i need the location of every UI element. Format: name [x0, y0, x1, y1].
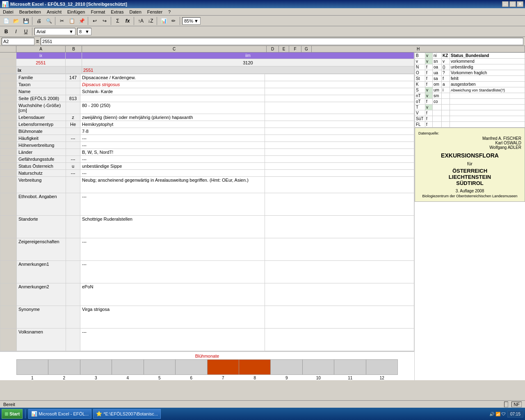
- toolbar-2: B I U Arial ▼ 8 ▼: [0, 26, 525, 37]
- print-button[interactable]: 🖨: [34, 16, 43, 25]
- row-num-21: [0, 238, 17, 261]
- num-lander: [66, 149, 80, 156]
- separator-1: [32, 17, 33, 25]
- value-haufigkeit: ---: [80, 135, 265, 142]
- sort-asc-button[interactable]: ↑A: [136, 16, 145, 25]
- table-row: Gefährdungsstufe --- ---: [0, 156, 414, 163]
- code-row5-c3: om: [433, 82, 442, 87]
- num-volksnamen: [66, 329, 80, 351]
- extra-zeiger: [265, 238, 414, 261]
- separator-4: [111, 17, 112, 25]
- num-name: [66, 88, 80, 95]
- window-controls[interactable]: ─ □ ✕: [502, 1, 523, 7]
- taskbar-excel-button[interactable]: 📊 Microsoft Excel - EFÖL...: [28, 409, 91, 419]
- row-num-7: [0, 95, 17, 102]
- menu-format[interactable]: Format: [89, 9, 106, 15]
- num-taxon: [66, 81, 80, 88]
- clock: 07:15: [507, 411, 523, 418]
- book-countries: ÖSTERREICH LIECHTENSTEIN SÜDTIROL: [418, 168, 521, 186]
- zoom-selector[interactable]: 85% ▼: [182, 17, 201, 25]
- code-row10-c2: f: [425, 110, 433, 116]
- code-row5-c1: K: [415, 82, 425, 87]
- cell-reference-input[interactable]: [2, 38, 34, 45]
- num-synonyme: [66, 306, 80, 329]
- month-num-4: 4: [112, 376, 144, 380]
- iim-value-cell[interactable]: 3120: [82, 59, 414, 66]
- code-row1-c4: v: [442, 59, 450, 64]
- code-row2-c1: N: [415, 64, 425, 70]
- taskbar-botanik-button[interactable]: ⭐ *E:\EFÖLS2007\Botanisc...: [93, 409, 161, 419]
- row-num-25: [0, 329, 17, 351]
- table-row: Naturschutz --- ---: [0, 170, 414, 177]
- underline-button[interactable]: U: [21, 27, 30, 36]
- italic-button[interactable]: I: [11, 27, 21, 36]
- status-box-1: [504, 402, 508, 407]
- redo-button[interactable]: ↪: [100, 16, 109, 25]
- fx-button[interactable]: fx: [123, 16, 132, 25]
- status-header: Status_Bundesland: [450, 53, 525, 59]
- menu-help[interactable]: ?: [167, 9, 172, 15]
- col-f-header: F: [289, 46, 301, 52]
- content-area: ix iim 2551 3120 ix 2551: [0, 52, 525, 380]
- minimize-button[interactable]: ─: [502, 1, 509, 7]
- cut-button[interactable]: ✂: [57, 16, 66, 25]
- close-button[interactable]: ✕: [517, 1, 523, 7]
- sort-desc-button[interactable]: ↓Z: [146, 16, 155, 25]
- code-row12-c5: [450, 122, 525, 128]
- iim-label-cell: iim: [82, 52, 414, 59]
- start-button[interactable]: ⊞ Start: [2, 409, 23, 419]
- bold-button[interactable]: B: [2, 27, 11, 36]
- month-num-10: 10: [303, 376, 335, 380]
- month-bar-1: [17, 360, 48, 374]
- value-zeiger: ---: [80, 238, 265, 261]
- font-size-dropdown[interactable]: ▼: [85, 29, 89, 34]
- code-row4-c2: f: [425, 76, 433, 82]
- menu-datei[interactable]: Datei: [2, 9, 15, 15]
- ix-value-cell[interactable]: 2551: [16, 59, 66, 66]
- new-button[interactable]: 📄: [2, 16, 11, 25]
- code-row2-c2: f: [425, 64, 433, 70]
- label-lebensdauer: Lebensdauer: [17, 114, 66, 121]
- code-row11-c3: [433, 116, 442, 122]
- num-hohenverbreitung: [66, 142, 80, 149]
- menu-daten[interactable]: Daten: [128, 9, 142, 15]
- font-name-dropdown[interactable]: ▼: [69, 29, 73, 34]
- code-row9-c4: [442, 105, 450, 110]
- menu-einfuegen[interactable]: Einfügen: [66, 9, 86, 15]
- start-label: Start: [9, 411, 20, 416]
- copy-button[interactable]: 📋: [67, 16, 76, 25]
- paste-button[interactable]: 📌: [77, 16, 86, 25]
- country-1: ÖSTERREICH: [418, 168, 521, 174]
- zoom-dropdown-icon[interactable]: ▼: [194, 18, 199, 23]
- table-row: Zeigereigenschaften ---: [0, 238, 414, 261]
- maximize-button[interactable]: □: [509, 1, 516, 7]
- preview-button[interactable]: 🔍: [44, 16, 53, 25]
- autosum-button[interactable]: Σ: [113, 16, 122, 25]
- month-bar-9: [271, 360, 302, 374]
- menu-extras[interactable]: Extras: [110, 9, 125, 15]
- extra-standorte: [265, 216, 414, 238]
- codes-row-9: T v: [415, 105, 525, 110]
- menu-bearbeiten[interactable]: Bearbeiten: [18, 9, 42, 15]
- font-size-selector[interactable]: 8 ▼: [77, 28, 91, 35]
- col-e-header: E: [279, 46, 289, 52]
- drawing-button[interactable]: ✏: [169, 16, 178, 25]
- table-row: Länder B, W, S, NordT!: [0, 149, 414, 156]
- code-row4-c3: sa: [433, 76, 442, 82]
- code-row10-c1: V: [415, 110, 425, 116]
- font-name-selector[interactable]: Arial ▼: [34, 28, 75, 35]
- chart-button[interactable]: 📊: [159, 16, 168, 25]
- code-row7-c3: sm: [433, 93, 442, 99]
- codes-row-10: V f: [415, 110, 525, 116]
- codes-header-row: B v ni KZ Status_Bundesland: [415, 53, 525, 59]
- num-lebensformentyp: He: [66, 121, 80, 128]
- undo-button[interactable]: ↩: [90, 16, 99, 25]
- code-row9-c3: [433, 105, 442, 110]
- menu-ansicht[interactable]: Ansicht: [46, 9, 63, 15]
- empty-b3: [66, 66, 82, 73]
- open-button[interactable]: 📂: [11, 16, 21, 25]
- save-button[interactable]: 💾: [21, 16, 30, 25]
- extra-gefährdungsstufe: [265, 156, 414, 163]
- menu-fenster[interactable]: Fenster: [146, 9, 164, 15]
- formula-input[interactable]: [41, 38, 523, 45]
